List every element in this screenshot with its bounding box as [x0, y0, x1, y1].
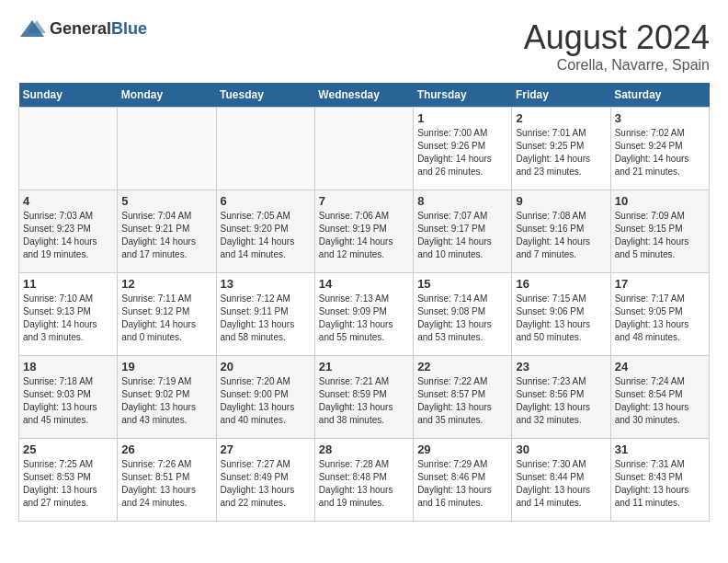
- day-number: 14: [319, 277, 409, 291]
- logo-general: General: [50, 19, 111, 38]
- weekday-header: Friday: [512, 83, 610, 108]
- day-info: Sunrise: 7:19 AM Sunset: 9:02 PM Dayligh…: [121, 375, 211, 427]
- day-info: Sunrise: 7:26 AM Sunset: 8:51 PM Dayligh…: [121, 458, 211, 510]
- calendar-day-cell: 20Sunrise: 7:20 AM Sunset: 9:00 PM Dayli…: [216, 356, 314, 439]
- day-info: Sunrise: 7:31 AM Sunset: 8:43 PM Dayligh…: [615, 458, 705, 510]
- day-number: 29: [417, 442, 507, 456]
- calendar-day-cell: 2Sunrise: 7:01 AM Sunset: 9:25 PM Daylig…: [512, 108, 610, 190]
- calendar-week-row: 4Sunrise: 7:03 AM Sunset: 9:23 PM Daylig…: [19, 190, 710, 273]
- day-number: 6: [221, 194, 311, 208]
- weekday-header: Thursday: [414, 83, 512, 108]
- day-info: Sunrise: 7:01 AM Sunset: 9:25 PM Dayligh…: [516, 127, 606, 178]
- day-number: 31: [615, 442, 705, 456]
- day-info: Sunrise: 7:27 AM Sunset: 8:49 PM Dayligh…: [221, 458, 311, 510]
- day-number: 4: [23, 194, 113, 208]
- title-area: August 2024 Corella, Navarre, Spain: [524, 18, 710, 74]
- calendar-day-cell: 18Sunrise: 7:18 AM Sunset: 9:03 PM Dayli…: [19, 356, 118, 439]
- day-info: Sunrise: 7:22 AM Sunset: 8:57 PM Dayligh…: [417, 375, 507, 427]
- day-info: Sunrise: 7:06 AM Sunset: 9:19 PM Dayligh…: [319, 210, 409, 261]
- calendar-day-cell: 6Sunrise: 7:05 AM Sunset: 9:20 PM Daylig…: [216, 190, 314, 273]
- day-number: 27: [221, 442, 311, 456]
- day-info: Sunrise: 7:20 AM Sunset: 9:00 PM Dayligh…: [221, 375, 311, 427]
- calendar-day-cell: 22Sunrise: 7:22 AM Sunset: 8:57 PM Dayli…: [414, 356, 512, 439]
- day-info: Sunrise: 7:03 AM Sunset: 9:23 PM Dayligh…: [23, 210, 113, 261]
- calendar-day-cell: 11Sunrise: 7:10 AM Sunset: 9:13 PM Dayli…: [19, 273, 118, 356]
- day-info: Sunrise: 7:12 AM Sunset: 9:11 PM Dayligh…: [221, 293, 311, 344]
- calendar-day-cell: 4Sunrise: 7:03 AM Sunset: 9:23 PM Daylig…: [19, 190, 118, 273]
- calendar-week-row: 25Sunrise: 7:25 AM Sunset: 8:53 PM Dayli…: [19, 439, 710, 522]
- day-info: Sunrise: 7:10 AM Sunset: 9:13 PM Dayligh…: [23, 293, 113, 344]
- day-info: Sunrise: 7:14 AM Sunset: 9:08 PM Dayligh…: [417, 293, 507, 344]
- calendar-day-cell: 28Sunrise: 7:28 AM Sunset: 8:48 PM Dayli…: [314, 439, 413, 522]
- page-header: GeneralBlue August 2024 Corella, Navarre…: [18, 18, 710, 74]
- day-number: 7: [319, 194, 409, 208]
- day-info: Sunrise: 7:02 AM Sunset: 9:24 PM Dayligh…: [615, 127, 705, 178]
- day-number: 19: [121, 360, 211, 373]
- day-number: 12: [121, 277, 211, 291]
- day-number: 3: [615, 111, 705, 125]
- day-number: 28: [319, 442, 409, 456]
- month-title: August 2024: [524, 18, 710, 57]
- day-number: 8: [417, 194, 507, 208]
- day-number: 10: [615, 194, 705, 208]
- calendar-day-cell: 3Sunrise: 7:02 AM Sunset: 9:24 PM Daylig…: [610, 108, 709, 190]
- day-info: Sunrise: 7:08 AM Sunset: 9:16 PM Dayligh…: [516, 210, 606, 261]
- calendar: SundayMondayTuesdayWednesdayThursdayFrid…: [18, 83, 710, 522]
- day-info: Sunrise: 7:17 AM Sunset: 9:05 PM Dayligh…: [615, 293, 705, 344]
- calendar-day-cell: 21Sunrise: 7:21 AM Sunset: 8:59 PM Dayli…: [314, 356, 413, 439]
- day-info: Sunrise: 7:28 AM Sunset: 8:48 PM Dayligh…: [319, 458, 409, 510]
- day-info: Sunrise: 7:23 AM Sunset: 8:56 PM Dayligh…: [516, 375, 606, 427]
- day-number: 22: [417, 360, 507, 373]
- day-number: 2: [516, 111, 606, 125]
- day-number: 18: [23, 360, 113, 373]
- day-number: 26: [121, 442, 211, 456]
- day-number: 21: [319, 360, 409, 373]
- calendar-day-cell: [216, 108, 314, 190]
- calendar-day-cell: 10Sunrise: 7:09 AM Sunset: 9:15 PM Dayli…: [610, 190, 709, 273]
- calendar-day-cell: 9Sunrise: 7:08 AM Sunset: 9:16 PM Daylig…: [512, 190, 610, 273]
- calendar-week-row: 11Sunrise: 7:10 AM Sunset: 9:13 PM Dayli…: [19, 273, 710, 356]
- day-number: 11: [23, 277, 113, 291]
- weekday-header: Tuesday: [216, 83, 314, 108]
- calendar-day-cell: 25Sunrise: 7:25 AM Sunset: 8:53 PM Dayli…: [19, 439, 118, 522]
- calendar-day-cell: 24Sunrise: 7:24 AM Sunset: 8:54 PM Dayli…: [610, 356, 709, 439]
- day-number: 23: [516, 360, 606, 373]
- day-number: 16: [516, 277, 606, 291]
- calendar-day-cell: [314, 108, 413, 190]
- calendar-day-cell: 14Sunrise: 7:13 AM Sunset: 9:09 PM Dayli…: [314, 273, 413, 356]
- calendar-day-cell: 30Sunrise: 7:30 AM Sunset: 8:44 PM Dayli…: [512, 439, 610, 522]
- calendar-day-cell: 8Sunrise: 7:07 AM Sunset: 9:17 PM Daylig…: [414, 190, 512, 273]
- day-info: Sunrise: 7:18 AM Sunset: 9:03 PM Dayligh…: [23, 375, 113, 427]
- logo: GeneralBlue: [18, 18, 147, 39]
- calendar-day-cell: [19, 108, 118, 190]
- day-number: 13: [221, 277, 311, 291]
- location-title: Corella, Navarre, Spain: [524, 57, 710, 74]
- day-info: Sunrise: 7:13 AM Sunset: 9:09 PM Dayligh…: [319, 293, 409, 344]
- day-info: Sunrise: 7:25 AM Sunset: 8:53 PM Dayligh…: [23, 458, 113, 510]
- day-info: Sunrise: 7:24 AM Sunset: 8:54 PM Dayligh…: [615, 375, 705, 427]
- calendar-day-cell: 23Sunrise: 7:23 AM Sunset: 8:56 PM Dayli…: [512, 356, 610, 439]
- calendar-day-cell: 19Sunrise: 7:19 AM Sunset: 9:02 PM Dayli…: [118, 356, 216, 439]
- calendar-day-cell: 17Sunrise: 7:17 AM Sunset: 9:05 PM Dayli…: [610, 273, 709, 356]
- day-info: Sunrise: 7:11 AM Sunset: 9:12 PM Dayligh…: [121, 293, 211, 344]
- day-number: 5: [121, 194, 211, 208]
- weekday-header: Wednesday: [314, 83, 413, 108]
- calendar-day-cell: 16Sunrise: 7:15 AM Sunset: 9:06 PM Dayli…: [512, 273, 610, 356]
- day-info: Sunrise: 7:05 AM Sunset: 9:20 PM Dayligh…: [221, 210, 311, 261]
- calendar-week-row: 18Sunrise: 7:18 AM Sunset: 9:03 PM Dayli…: [19, 356, 710, 439]
- day-info: Sunrise: 7:15 AM Sunset: 9:06 PM Dayligh…: [516, 293, 606, 344]
- calendar-day-cell: 1Sunrise: 7:00 AM Sunset: 9:26 PM Daylig…: [414, 108, 512, 190]
- day-number: 1: [417, 111, 507, 125]
- day-info: Sunrise: 7:04 AM Sunset: 9:21 PM Dayligh…: [121, 210, 211, 261]
- calendar-day-cell: 7Sunrise: 7:06 AM Sunset: 9:19 PM Daylig…: [314, 190, 413, 273]
- calendar-day-cell: 27Sunrise: 7:27 AM Sunset: 8:49 PM Dayli…: [216, 439, 314, 522]
- day-info: Sunrise: 7:07 AM Sunset: 9:17 PM Dayligh…: [417, 210, 507, 261]
- logo-icon: [18, 18, 46, 39]
- weekday-header-row: SundayMondayTuesdayWednesdayThursdayFrid…: [19, 83, 710, 108]
- weekday-header: Sunday: [19, 83, 118, 108]
- day-info: Sunrise: 7:30 AM Sunset: 8:44 PM Dayligh…: [516, 458, 606, 510]
- day-number: 9: [516, 194, 606, 208]
- day-info: Sunrise: 7:29 AM Sunset: 8:46 PM Dayligh…: [417, 458, 507, 510]
- calendar-day-cell: [118, 108, 216, 190]
- calendar-day-cell: 15Sunrise: 7:14 AM Sunset: 9:08 PM Dayli…: [414, 273, 512, 356]
